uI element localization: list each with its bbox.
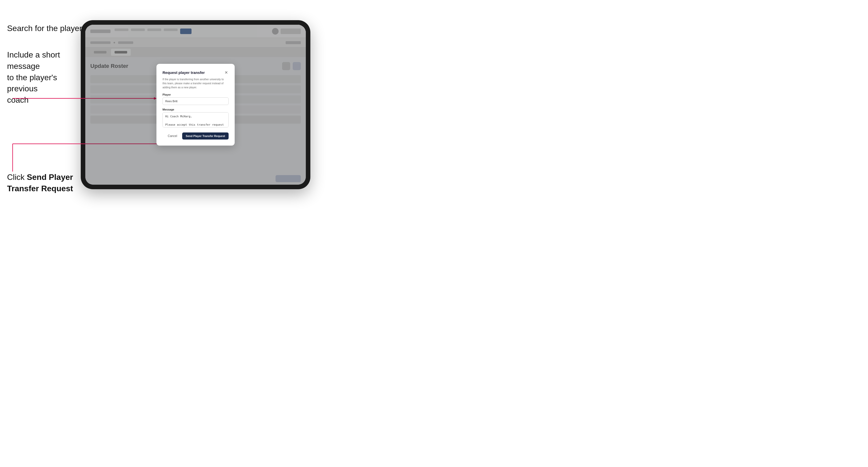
modal-dialog: Request player transfer ✕ If the player … <box>156 64 235 145</box>
send-transfer-request-button[interactable]: Send Player Transfer Request <box>182 132 228 139</box>
message-textarea[interactable]: Hi Coach McHarg, Please accept this tran… <box>162 112 228 127</box>
modal-footer: Cancel Send Player Transfer Request <box>162 132 228 139</box>
modal-description: If the player is transferring from anoth… <box>162 77 228 89</box>
modal-close-button[interactable]: ✕ <box>223 70 228 75</box>
message-label: Message <box>162 108 228 111</box>
annotation-message: Include a short message to the player's … <box>7 49 80 106</box>
player-input[interactable] <box>162 97 228 105</box>
modal-title-row: Request player transfer ✕ <box>162 70 228 75</box>
modal-overlay: Request player transfer ✕ If the player … <box>85 25 306 185</box>
tablet-device: Update Roster Request player transfer <box>81 20 310 189</box>
player-label: Player <box>162 93 228 96</box>
modal-title: Request player transfer <box>162 70 205 75</box>
annotation-click: Click Send Player Transfer Request <box>7 172 80 194</box>
cancel-button[interactable]: Cancel <box>165 133 180 139</box>
annotation-search: Search for the player. <box>7 23 84 34</box>
tablet-screen: Update Roster Request player transfer <box>85 25 306 185</box>
